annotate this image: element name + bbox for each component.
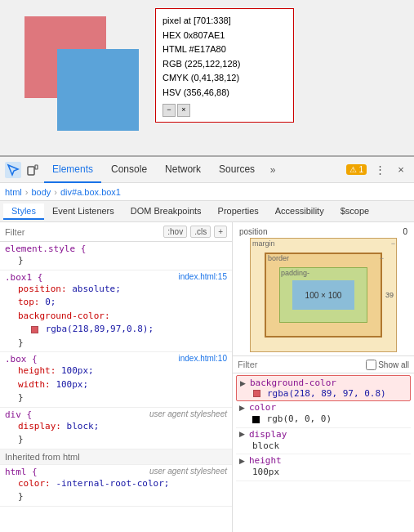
prop-background-color: ▶ background-color rgba(218, 89, 97, 0.8…: [236, 375, 411, 401]
box-model-diagram: 100 × 100 margin − border − padding- 39: [250, 238, 397, 352]
rgb-label: RGB (225,122,128): [162, 57, 287, 72]
selector-box1: .box1 {: [5, 272, 42, 283]
breadcrumb: html › body › div#a.box.box1: [0, 183, 414, 201]
color-dot-bg: [253, 390, 260, 397]
prop-display: ▶ display block: [236, 428, 411, 455]
show-all-checkbox: Show all: [366, 360, 409, 370]
bm-border-dash: −: [380, 254, 384, 262]
tab-properties[interactable]: Properties: [210, 203, 267, 220]
bm-border-label: border: [268, 254, 289, 262]
right-pane: position 0 100 × 100 margin − border − p…: [233, 222, 414, 532]
filter-input[interactable]: [5, 227, 163, 237]
filter-bar: :hov .cls +: [0, 222, 232, 242]
tooltip-minus-button[interactable]: −: [162, 104, 176, 117]
cls-button[interactable]: .cls: [190, 226, 211, 238]
canvas-area: pixel at [701:338] HEX 0x807AE1 HTML #E1…: [0, 0, 414, 155]
tab-console[interactable]: Console: [103, 157, 155, 183]
source-html: user agent stylesheet: [149, 467, 227, 477]
filter-buttons: :hov .cls +: [163, 226, 227, 238]
source-div: user agent stylesheet: [149, 409, 227, 420]
prop-expand-bg[interactable]: ▶: [240, 379, 248, 387]
bm-padding-label: padding-: [281, 269, 309, 277]
tab-dom-breakpoints[interactable]: DOM Breakpoints: [122, 203, 210, 220]
cmyk-label: CMYK (0,41,38,12): [162, 71, 287, 86]
position-value: 0: [403, 227, 407, 236]
position-label: position: [239, 227, 403, 236]
prop-expand-height[interactable]: ▶: [239, 457, 247, 465]
main-split: :hov .cls + element.style { } .box1 { in…: [0, 222, 414, 532]
prop-name-display: display: [249, 429, 287, 440]
tab-event-listeners[interactable]: Event Listeners: [44, 203, 122, 220]
selector-element-style: element.style {: [5, 244, 86, 254]
source-box1[interactable]: index.html:15: [179, 272, 227, 283]
prop-sub-height: 100px: [239, 466, 407, 480]
prop-expand-display[interactable]: ▶: [239, 430, 247, 438]
bm-margin-dash: −: [391, 239, 395, 248]
selector-div: div {: [5, 409, 32, 420]
prop-value-bg: rgba(218, 89, 97, 0.8): [267, 388, 386, 399]
box-blue: [57, 49, 139, 131]
prop-color: ▶ color rgb(0, 0, 0): [236, 401, 411, 428]
breadcrumb-html[interactable]: html: [5, 187, 22, 197]
prop-sub-color: rgb(0, 0, 0): [239, 413, 407, 427]
css-rule-div: div { user agent stylesheet display: blo…: [0, 408, 232, 449]
toolbar-right: ⚠ 1 ⋮ ×: [346, 162, 409, 178]
devtools-panel: Elements Console Network Sources » ⚠ 1 ⋮…: [0, 155, 414, 532]
pixel-tooltip: pixel at [701:338] HEX 0x807AE1 HTML #E1…: [155, 8, 294, 123]
tooltip-close-button[interactable]: ×: [177, 104, 190, 117]
prop-name-height: height: [249, 455, 282, 466]
css-rule-box: .box { index.html:10 height: 100px; widt…: [0, 352, 232, 408]
right-filter-input[interactable]: [238, 360, 363, 369]
tab-styles[interactable]: Styles: [3, 203, 44, 220]
prop-list: ▶ background-color rgba(218, 89, 97, 0.8…: [233, 373, 414, 483]
device-icon[interactable]: [24, 162, 41, 178]
position-row: position 0: [236, 226, 411, 238]
source-box[interactable]: index.html:10: [179, 354, 227, 364]
tab-sources[interactable]: Sources: [211, 157, 263, 183]
inherited-header: Inherited from html: [0, 449, 232, 465]
tab-accessibility[interactable]: Accessibility: [267, 203, 332, 220]
selector-box: .box {: [5, 354, 38, 364]
bm-side-number: 39: [385, 291, 394, 299]
prop-expand-color[interactable]: ▶: [239, 404, 247, 412]
warning-badge: ⚠ 1: [346, 164, 367, 175]
show-all-check[interactable]: [366, 360, 376, 370]
tab-elements[interactable]: Elements: [44, 157, 101, 183]
more-tabs-icon[interactable]: »: [265, 162, 281, 178]
breadcrumb-div[interactable]: div#a.box.box1: [60, 187, 121, 197]
bm-content: 100 × 100: [292, 280, 354, 310]
rule-closing: }: [5, 254, 227, 268]
color-dot-color: [252, 416, 260, 423]
devtools-tabs: Elements Console Network Sources »: [44, 157, 343, 183]
prop-height: ▶ height 100px: [236, 454, 411, 481]
styles-tabs-row: Styles Event Listeners DOM Breakpoints P…: [0, 201, 414, 222]
inspect-icon[interactable]: [5, 162, 21, 178]
devtools-toolbar: Elements Console Network Sources » ⚠ 1 ⋮…: [0, 157, 414, 183]
breadcrumb-body[interactable]: body: [31, 187, 51, 197]
hsv-label: HSV (356,46,88): [162, 86, 287, 101]
selector-html: html {: [5, 467, 38, 477]
svg-rect-0: [28, 167, 34, 175]
close-icon[interactable]: ×: [393, 162, 409, 178]
html-label: HTML #E17A80: [162, 42, 287, 57]
add-rule-button[interactable]: +: [214, 226, 227, 238]
prop-sub-display: block: [239, 440, 407, 454]
left-pane: :hov .cls + element.style { } .box1 { in…: [0, 222, 233, 532]
tab-scope[interactable]: $scope: [332, 203, 377, 220]
css-rule-element-style: element.style { }: [0, 242, 232, 270]
svg-rect-1: [35, 165, 38, 169]
css-rule-html: html { user agent stylesheet color: -int…: [0, 465, 232, 507]
color-dot-box1: [31, 326, 38, 333]
hov-button[interactable]: :hov: [163, 226, 187, 238]
pixel-label: pixel at [701:338]: [162, 14, 287, 29]
hex-label: HEX 0x807AE1: [162, 29, 287, 43]
css-rule-box1: .box1 { index.html:15 position: absolute…: [0, 270, 232, 353]
tab-network[interactable]: Network: [157, 157, 209, 183]
prop-name-color: color: [249, 402, 276, 413]
menu-icon[interactable]: ⋮: [372, 162, 388, 178]
right-filter-bar: Show all: [233, 355, 414, 373]
bm-margin-label: margin: [252, 239, 275, 248]
box-model-section: position 0 100 × 100 margin − border − p…: [233, 222, 414, 355]
prop-name-bg: background-color: [250, 378, 336, 388]
